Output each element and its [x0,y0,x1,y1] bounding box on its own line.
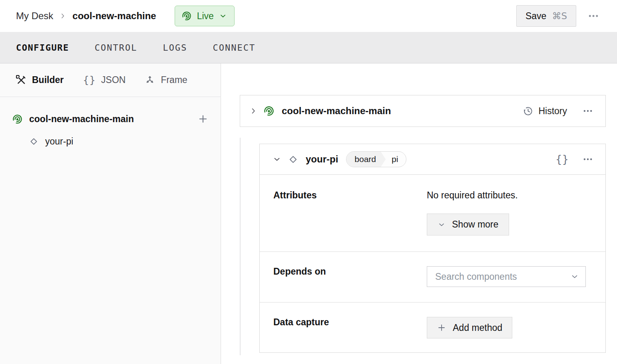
component-type: board [346,152,386,167]
collapse-component-button[interactable] [273,155,281,164]
history-button-label: History [538,106,567,117]
tab-connect[interactable]: CONNECT [213,43,255,53]
ellipsis-icon [587,10,599,22]
show-more-label: Show more [452,219,498,230]
machine-part-card: cool-new-machine-main History [240,95,606,127]
ellipsis-icon [582,154,593,165]
attributes-empty-text: No required attributes. [427,190,586,201]
depends-on-select[interactable] [427,266,586,287]
machine-part-tree: cool-new-machine-main your-pi [0,97,221,150]
top-header: My Desk cool-new-machine Live Save ⌘S [0,0,617,32]
add-method-label: Add method [453,322,502,333]
component-title: your-pi [306,154,338,165]
chevron-down-icon [438,221,446,229]
tree-item-machine-main[interactable]: cool-new-machine-main [12,109,209,129]
breadcrumb: My Desk cool-new-machine [16,10,156,22]
status-badge-label: Live [197,11,214,22]
mode-builder[interactable]: Builder [16,75,64,85]
add-method-button[interactable]: Add method [427,317,512,338]
mode-json-label: JSON [101,75,125,85]
part-overflow-menu-button[interactable] [582,105,593,117]
chevron-down-icon [219,12,227,20]
data-capture-label: Data capture [273,317,427,352]
save-shortcut-hint: ⌘S [552,11,567,21]
mode-json[interactable]: {} JSON [83,74,125,86]
mode-frame-label: Frame [161,75,187,85]
broadcast-icon [181,11,192,21]
crossed-tools-icon [16,75,26,85]
axes-icon [145,75,155,85]
tab-control[interactable]: CONTROL [95,43,137,53]
broadcast-icon [263,105,275,117]
tree-item-label: your-pi [45,136,73,147]
chevron-right-icon [59,12,67,20]
config-main-panel: cool-new-machine-main History [221,63,617,364]
plus-icon [437,323,446,332]
history-button[interactable]: History [523,106,567,117]
component-rail: your-pi board pi {} [240,138,606,355]
save-button[interactable]: Save ⌘S [516,5,576,27]
braces-icon: {} [83,74,96,86]
component-card-your-pi: your-pi board pi {} [259,144,606,353]
tree-connector-line [240,138,241,355]
mode-frame[interactable]: Frame [145,75,187,85]
breadcrumb-parent-link[interactable]: My Desk [16,10,53,22]
config-sidebar: Builder {} JSON Frame [0,63,221,364]
depends-on-section: Depends on [260,252,605,303]
machine-status-dropdown[interactable]: Live [175,6,235,26]
mode-builder-label: Builder [32,75,64,85]
attributes-label: Attributes [273,190,427,251]
component-type-badge: board pi [346,151,406,167]
machine-part-title: cool-new-machine-main [282,105,523,117]
ellipsis-icon [582,105,593,117]
show-more-button[interactable]: Show more [427,214,509,235]
plus-icon [197,113,209,125]
component-card-header: your-pi board pi {} [260,144,605,175]
chevron-right-icon [249,107,258,115]
save-button-label: Save [525,11,546,22]
expand-part-button[interactable] [249,107,258,115]
tab-logs[interactable]: LOGS [163,43,187,53]
component-model: pi [386,152,406,167]
add-component-button[interactable] [197,113,209,125]
sidebar-mode-switcher: Builder {} JSON Frame [0,63,221,97]
chevron-down-icon [273,155,281,164]
machine-name-title: cool-new-machine [72,10,156,22]
diamond-icon [29,136,39,146]
workspace: Builder {} JSON Frame [0,63,617,364]
data-capture-section: Data capture Add method [260,303,605,352]
primary-tabbar: CONFIGURE CONTROL LOGS CONNECT [0,32,617,63]
tree-item-label: cool-new-machine-main [29,114,197,125]
diamond-icon [288,154,299,165]
view-json-button[interactable]: {} [555,153,569,165]
header-overflow-menu-button[interactable] [587,10,599,22]
component-overflow-menu-button[interactable] [582,154,593,165]
history-clock-icon [523,106,533,117]
chevron-down-icon [570,272,579,281]
depends-on-label: Depends on [273,266,427,302]
broadcast-icon [12,114,23,125]
attributes-section: Attributes No required attributes. Show … [260,175,605,252]
search-components-input[interactable] [435,271,570,282]
braces-icon: {} [555,153,569,165]
tab-configure[interactable]: CONFIGURE [16,43,69,53]
tree-item-your-pi[interactable]: your-pi [12,132,209,150]
